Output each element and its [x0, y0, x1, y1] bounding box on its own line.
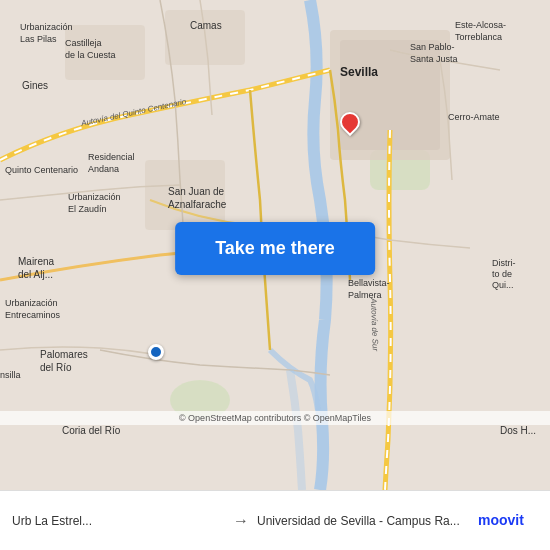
destination-location: Universidad de Sevilla - Campus Ra... [257, 514, 470, 528]
origin-pin [148, 344, 164, 360]
arrow-icon: → [233, 512, 249, 530]
bottom-navigation-bar: Urb La Estrel... → Universidad de Sevill… [0, 490, 550, 550]
map-attribution: © OpenStreetMap contributors © OpenMapTi… [0, 411, 550, 425]
destination-pin [340, 112, 360, 132]
destination-text: Universidad de Sevilla - Campus Ra... [257, 514, 470, 528]
svg-rect-8 [65, 25, 145, 80]
map-view: Sevilla Camas Castillejade la Cuesta Urb… [0, 0, 550, 490]
svg-text:moovit: moovit [478, 512, 524, 528]
take-me-there-button[interactable]: Take me there [175, 222, 375, 275]
origin-location: Urb La Estrel... [12, 514, 225, 528]
moovit-logo: moovit [478, 507, 538, 535]
origin-text: Urb La Estrel... [12, 514, 225, 528]
